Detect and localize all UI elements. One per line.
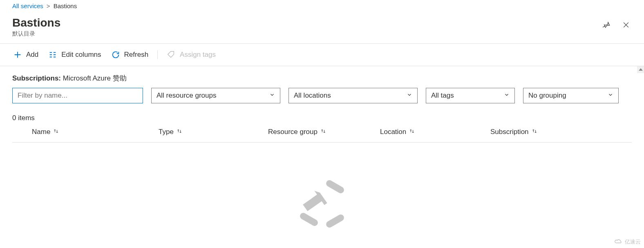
sort-icon — [409, 128, 415, 136]
bastion-empty-icon — [289, 171, 355, 238]
breadcrumb-root-link[interactable]: All services — [12, 2, 43, 9]
column-type-label: Type — [159, 128, 174, 136]
assign-tags-label: Assign tags — [180, 51, 216, 59]
table-column-headers: Name Type Resource group Location Subscr… — [12, 128, 632, 143]
filters-row: All resource groups All locations All ta… — [12, 88, 632, 103]
scrollbar-up-arrow[interactable] — [637, 66, 644, 73]
svg-rect-0 — [325, 179, 345, 194]
svg-rect-1 — [325, 213, 345, 229]
page-title: Bastions — [12, 17, 60, 29]
cloud-icon — [614, 239, 623, 246]
header-actions — [601, 17, 632, 32]
column-header-location[interactable]: Location — [380, 128, 490, 136]
column-header-name[interactable]: Name — [32, 128, 159, 136]
add-button[interactable]: Add — [12, 49, 39, 61]
page-header: Bastions 默认目录 — [0, 12, 644, 44]
page-titles: Bastions 默认目录 — [12, 17, 60, 38]
sort-icon — [320, 128, 326, 136]
breadcrumb-current: Bastions — [54, 2, 77, 9]
watermark-text: 亿速云 — [625, 238, 641, 246]
empty-state — [12, 171, 632, 238]
location-value: All locations — [294, 92, 331, 100]
items-count: 0 items — [12, 114, 632, 122]
pin-button[interactable] — [601, 19, 612, 32]
content-area: Subscriptions: Microsoft Azure 赞助 All re… — [0, 66, 644, 248]
column-header-resource-group[interactable]: Resource group — [268, 128, 380, 136]
edit-columns-button[interactable]: Edit columns — [47, 49, 102, 61]
subscriptions-label: Subscriptions: — [12, 74, 61, 82]
filter-name-input[interactable] — [12, 88, 143, 103]
page-subtitle: 默认目录 — [12, 30, 60, 38]
svg-rect-2 — [299, 212, 319, 227]
chevron-down-icon — [608, 92, 613, 100]
column-sub-label: Subscription — [490, 128, 529, 136]
refresh-icon — [111, 50, 120, 59]
resource-group-dropdown[interactable]: All resource groups — [151, 88, 280, 103]
sort-icon — [176, 128, 183, 136]
grouping-dropdown[interactable]: No grouping — [523, 88, 619, 103]
column-name-label: Name — [32, 128, 50, 136]
chevron-down-icon — [504, 92, 510, 100]
resource-group-value: All resource groups — [157, 92, 216, 100]
chevron-down-icon — [269, 92, 275, 100]
assign-tags-button: Assign tags — [166, 49, 217, 61]
column-header-subscription[interactable]: Subscription — [490, 128, 632, 136]
breadcrumb-separator: > — [47, 2, 50, 9]
sort-icon — [531, 128, 538, 136]
watermark: 亿速云 — [614, 238, 641, 246]
close-button[interactable] — [620, 19, 632, 32]
grouping-value: No grouping — [528, 92, 566, 100]
tags-value: All tags — [431, 92, 454, 100]
pin-icon — [602, 21, 610, 30]
location-dropdown[interactable]: All locations — [288, 88, 418, 103]
plus-icon — [13, 50, 22, 59]
column-loc-label: Location — [380, 128, 406, 136]
refresh-label: Refresh — [124, 51, 149, 59]
close-icon — [622, 21, 630, 30]
toolbar: Add Edit columns Refresh Assign tags — [0, 44, 644, 66]
add-label: Add — [26, 51, 38, 59]
subscriptions-line: Subscriptions: Microsoft Azure 赞助 — [12, 74, 632, 83]
column-header-type[interactable]: Type — [159, 128, 268, 136]
subscriptions-value[interactable]: Microsoft Azure 赞助 — [63, 74, 127, 82]
column-rg-label: Resource group — [268, 128, 318, 136]
tags-dropdown[interactable]: All tags — [426, 88, 515, 103]
refresh-button[interactable]: Refresh — [110, 49, 150, 61]
edit-columns-label: Edit columns — [61, 51, 101, 59]
toolbar-separator — [157, 50, 158, 59]
sort-icon — [53, 128, 59, 136]
columns-icon — [48, 50, 57, 59]
chevron-down-icon — [407, 92, 412, 100]
breadcrumb: All services > Bastions — [0, 0, 644, 12]
tag-icon — [167, 50, 176, 59]
